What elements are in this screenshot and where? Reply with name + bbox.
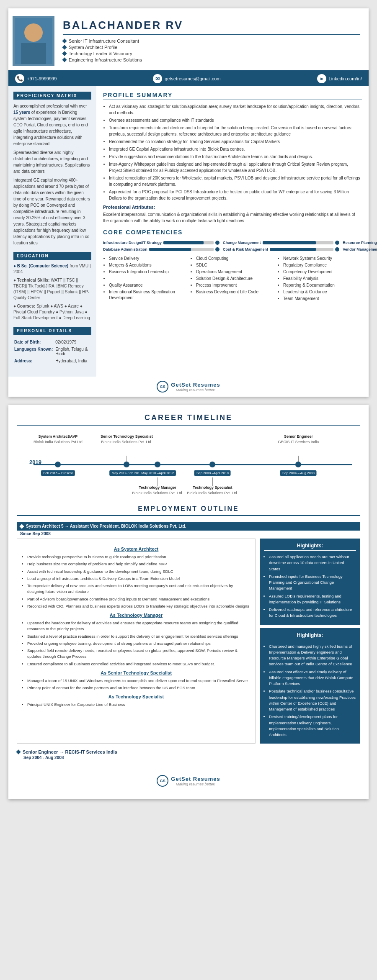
highlights-bullets-2: Chartered and managed highly skilled tea… <box>264 644 356 738</box>
left-column: Proficiency Matrix An accomplished profe… <box>8 86 96 377</box>
page-1: Balachander RV Senior IT Infrastructure … <box>8 8 369 397</box>
proficiency-para1: An accomplished professional with over 1… <box>13 103 91 147</box>
list-item: Feasibility Analysis <box>283 276 362 282</box>
list-item: Recommended the co-location strategy for… <box>109 139 362 145</box>
role-header-4: As Technology Specialist <box>21 694 251 699</box>
comp-bar-4: Database Administration <box>103 247 219 251</box>
timeline-node-4 <box>209 462 215 467</box>
comp-col-2: Cloud Computing SDLC Operations Manageme… <box>190 256 275 303</box>
core-competencies-section: Core Competencies Infrastructure Design/… <box>103 229 362 303</box>
lang-row: Languages Known: English, Telugu & Hindi <box>14 346 90 357</box>
timeline-label-bottom-2: Technology Specialist Biolok India Solut… <box>187 485 238 495</box>
list-item: Act as visionary and strategist for solu… <box>109 103 362 116</box>
comp-bars-row2: Database Administration Cost & Risk Mana… <box>103 247 362 251</box>
comp-bar-3: Resource Planning & Utilization <box>343 241 377 245</box>
list-item: Inter-Agency Whitepaper guidelines desig… <box>109 161 362 174</box>
list-item: Competency Development <box>283 269 362 275</box>
right-column: Profile Summary Act as visionary and str… <box>96 86 369 377</box>
role-header-2: As Technology Manager <box>21 613 251 618</box>
list-item: Transform requirements into architecture… <box>109 125 362 137</box>
timeline-period-1: Feb 2015 – Present <box>41 470 75 476</box>
emp-date-1: Since Sep 2008 <box>17 531 360 539</box>
comp-dot-icon <box>215 247 219 251</box>
timeline-label-top-5: Senior Engineer GECIS-IT Services India <box>278 434 319 444</box>
list-item: Operated the headcount for delivery of a… <box>27 620 251 632</box>
emp-bullets-1: Provide technology perspective to busine… <box>21 554 251 609</box>
timeline-label-top-1: System Architect/AVP Biolok India Soluti… <box>34 434 83 444</box>
emp-bullets-2: Operated the headcount for delivery of a… <box>21 620 251 667</box>
comp-bar-fill <box>263 241 316 244</box>
comp-bar-2: Change Management <box>223 241 339 245</box>
list-item: Postulate technical and/or business cons… <box>269 688 356 712</box>
header-name-area: Balachander RV Senior IT Infrastructure … <box>63 19 360 64</box>
profile-summary-section: Profile Summary Act as visionary and str… <box>103 92 362 224</box>
comp-bar-fill <box>163 241 204 244</box>
prof-attr-text: Excellent interpersonal, communication &… <box>103 211 362 224</box>
body-columns: Proficiency Matrix An accomplished profe… <box>8 86 369 377</box>
linkedin-icon: in <box>317 74 326 83</box>
highlights-1: Highlights: Assured all application need… <box>260 539 360 625</box>
comp-col-3: Network Systems Security Regulatory Comp… <box>277 256 362 303</box>
list-item: Regulatory Compliance <box>283 262 362 268</box>
list-item: Oversee assessments and compliance with … <box>109 117 362 123</box>
comp-bar-bg <box>263 241 334 244</box>
list-item: Leadership & Guidance <box>283 289 362 295</box>
svg-point-1 <box>24 23 43 42</box>
list-item: SDLC <box>196 262 275 268</box>
emp-roles-highlights: As System Architect Provide technology p… <box>17 539 360 744</box>
list-item: Lead a group of infrastructure architect… <box>27 576 251 582</box>
list-item: Help business size the complexity of pro… <box>27 561 251 567</box>
comp-bar-5: Cost & Risk Management <box>223 247 339 251</box>
emp-highlights-right: Highlights: Assured all application need… <box>260 539 360 744</box>
comp-bar-bg <box>149 248 214 251</box>
diamond-icon <box>19 524 24 528</box>
list-item: Network Systems Security <box>283 256 362 262</box>
comp-dot-icon <box>335 241 339 245</box>
list-item: Chartered and managed highly skilled tea… <box>269 644 356 667</box>
list-item: Integrated GE Capital Applications infra… <box>109 146 362 152</box>
list-item: Solution Design & Architecture <box>196 276 275 282</box>
list-item: Principal UNIX Engineer for Corporate Li… <box>27 702 251 708</box>
career-timeline-header: Career Timeline <box>17 413 360 426</box>
list-item: Service Delivery <box>109 256 188 262</box>
highlights-header-1: Highlights: <box>264 543 356 551</box>
emp-bullets-4: Principal UNIX Engineer for Corporate Li… <box>21 702 251 708</box>
list-item: Operations Management <box>196 269 275 275</box>
emp-block-1: System Architect 5 → Assistant Vice Pres… <box>17 522 360 744</box>
comp-dot-icon <box>215 241 219 245</box>
emp-date-2: Sep 2004 - Aug 2008 <box>17 754 360 762</box>
footer-logo-text-p2: GetSet Resumes Making resumes better! <box>171 776 220 786</box>
comp-bar-1: Infrastructure Design/IT Strategy <box>103 241 219 245</box>
timeline-period-3: May 2010 –April 2012 <box>139 470 176 476</box>
header-titles: Senior IT Infrastructure Consultant Syst… <box>63 38 360 62</box>
list-item: Mergers & Acquisitions <box>109 262 188 268</box>
list-item: Team Management <box>283 296 362 302</box>
phone-icon: 📞 <box>15 74 24 83</box>
highlights-bullets-1: Assured all application needs are met wi… <box>264 554 356 619</box>
edu-technical: ● Technical Skills: WATT || TSC || TBCR|… <box>13 277 91 301</box>
emp-block-2: Senior Engineer → RECIS-IT Services Indi… <box>17 749 360 762</box>
list-item: Sustained a level of practice readiness … <box>27 634 251 639</box>
emp-roles-left: As System Architect Provide technology p… <box>17 539 256 744</box>
core-competencies-header: Core Competencies <box>103 229 362 237</box>
timeline-label-top-2: Senior Technology Specialist Biolok Indi… <box>101 434 153 444</box>
comp-bar-bg <box>163 241 214 244</box>
prof-attr-header: Professional Attributes: <box>103 205 362 210</box>
comp-bar-fill <box>149 248 191 251</box>
proficiency-para3: Integrated GE capital moving 400+ applic… <box>13 177 91 246</box>
timeline-year: 2019 <box>29 459 41 465</box>
comp-col-1: Service Delivery Mergers & Acquisitions … <box>103 256 188 303</box>
page-2: Career Timeline 2019 System Architect/AV… <box>8 405 369 799</box>
list-item: Delivered roadmaps and reference archite… <box>269 607 356 619</box>
emp-bullets-3: Managed a team of 15 UNIX and Windows en… <box>21 678 251 691</box>
profile-summary-header: Profile Summary <box>103 92 362 100</box>
diamond-icon <box>62 45 67 49</box>
timeline-container: 2019 System Architect/AVP Biolok India S… <box>17 434 360 493</box>
list-item: Provide suggestions and recommendations … <box>109 154 362 160</box>
title-3: Technology Leader & Visionary <box>63 51 360 56</box>
list-item <box>109 276 188 282</box>
list-item: Supported field remote delivery needs, r… <box>27 648 251 660</box>
list-item: Initiated remediation of 20K servers for… <box>109 175 362 187</box>
footer-logo-icon: GS <box>157 775 168 787</box>
list-item: Part of Advisory board/governance commit… <box>27 596 251 602</box>
